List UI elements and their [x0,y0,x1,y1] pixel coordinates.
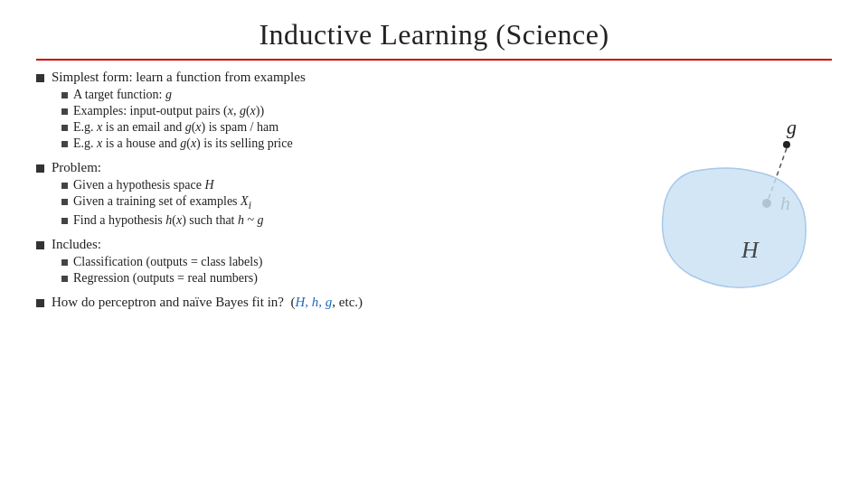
sub-bullet-1-label: A target function: g [73,88,172,102]
sub-bullet-training: Given a training set of examples Xi [61,194,615,211]
sub-bullet-2: Examples: input-output pairs (x, g(x)) [61,104,615,118]
sub-square [61,108,68,115]
sub-bullet-4: E.g. x is a house and g(x) is its sellin… [61,136,615,151]
main-bullet-question-label: How do perceptron and naïve Bayes fit in… [52,295,363,310]
main-bullet-question: How do perceptron and naïve Bayes fit in… [36,295,615,310]
main-bullet-includes: Includes: [36,237,615,252]
sub-square [61,92,68,99]
section-simplest: Simplest form: learn a function from exa… [36,70,615,151]
slide-title: Inductive Learning (Science) [36,18,832,52]
H-label: H [741,237,760,263]
sub-bullets-simplest: A target function: g Examples: input-out… [61,88,615,151]
sub-bullet-find-label: Find a hypothesis h(x) such that h ~ g [73,213,264,228]
sub-bullet-2-label: Examples: input-output pairs (x, g(x)) [73,104,264,118]
sub-bullet-hyp: Given a hypothesis space H [61,178,615,192]
sub-square [61,259,68,266]
sub-bullets-includes: Classification (outputs = class labels) … [61,255,615,286]
sub-bullet-3-label: E.g. x is an email and g(x) is spam / ha… [73,120,278,135]
section-problem: Problem: Given a hypothesis space H Give… [36,160,615,228]
sub-bullet-training-label: Given a training set of examples Xi [73,194,251,211]
sub-square [61,218,68,224]
sub-bullet-reg: Regression (outputs = real numbers) [61,271,615,286]
sub-bullet-reg-label: Regression (outputs = real numbers) [73,271,258,286]
sub-square [61,276,68,282]
hypothesis-diagram: g h H [646,99,818,316]
sub-bullet-1: A target function: g [61,88,615,102]
main-bullet-simplest: Simplest form: learn a function from exa… [36,70,615,85]
slide: Inductive Learning (Science) Simplest fo… [0,0,868,488]
sub-bullet-3: E.g. x is an email and g(x) is spam / ha… [61,120,615,135]
bullet-square [36,74,44,82]
main-bullet-problem-label: Problem: [52,160,101,175]
content-area: Simplest form: learn a function from exa… [36,70,832,319]
sub-square [61,183,68,189]
text-column: Simplest form: learn a function from exa… [36,70,633,319]
diagram-column: g h H [633,70,832,319]
bullet-square [36,241,44,249]
main-bullet-problem: Problem: [36,160,615,175]
g-label: g [787,116,797,138]
g-dot [783,141,790,148]
sub-bullet-4-label: E.g. x is a house and g(x) is its sellin… [73,136,293,151]
title-underline [36,59,832,61]
title-area: Inductive Learning (Science) [36,18,832,52]
bullet-square [36,164,44,173]
sub-square [61,141,68,147]
sub-square [61,125,68,131]
sub-bullets-problem: Given a hypothesis space H Given a train… [61,178,615,228]
h-blob [663,168,807,287]
bullet-square [36,299,44,307]
sub-square [61,199,68,205]
section-includes: Includes: Classification (outputs = clas… [36,237,615,286]
sub-bullet-find: Find a hypothesis h(x) such that h ~ g [61,213,615,228]
sub-bullet-class-label: Classification (outputs = class labels) [73,255,262,269]
main-bullet-simplest-label: Simplest form: learn a function from exa… [52,70,306,85]
main-bullet-includes-label: Includes: [52,237,101,252]
section-question: How do perceptron and naïve Bayes fit in… [36,295,615,310]
sub-bullet-hyp-label: Given a hypothesis space H [73,178,214,192]
sub-bullet-class: Classification (outputs = class labels) [61,255,615,269]
